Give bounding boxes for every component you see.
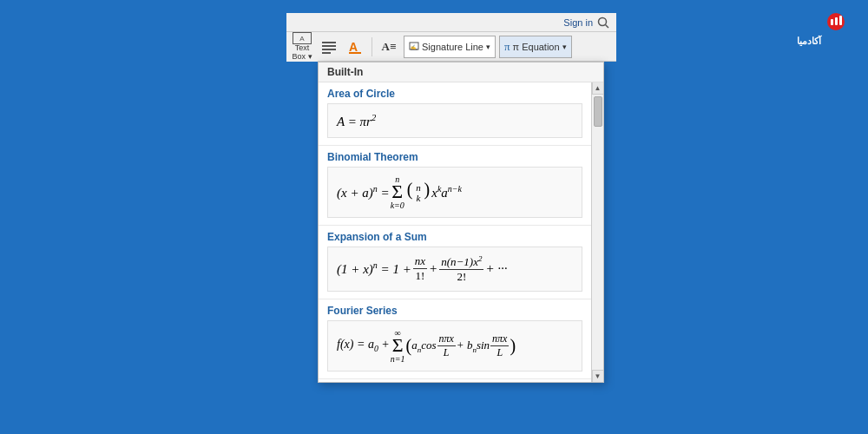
signature-line-label: Signature Line <box>422 42 483 52</box>
equation-box-expansion: (1 + x)n = 1 + nx 1! + n(n−1)x2 2! + ··· <box>327 247 582 292</box>
bottom-menu: www More Equations from Office.com ▶ π I… <box>319 379 591 382</box>
section-title-expansion: Expansion of a Sum <box>327 231 582 243</box>
equation-box-fourier: f(x) = a0 + ∞ Σ n=1 ( ancos nπx L + bnsi <box>327 320 582 372</box>
svg-point-0 <box>599 17 607 25</box>
signature-line-btn[interactable]: ✍ Signature Line ▾ <box>404 36 496 58</box>
font-color-btn[interactable]: A <box>344 36 366 58</box>
svg-rect-6 <box>322 42 336 43</box>
text-style-btn[interactable]: A≡ <box>378 36 400 58</box>
svg-text:آکادمیا: آکادمیا <box>797 35 822 46</box>
svg-rect-20 <box>831 19 833 25</box>
section-title-binomial: Binomial Theorem <box>327 151 582 163</box>
equation-box-binomial: (x + a)n = n Σ k=0 ( n k ) <box>327 167 582 218</box>
equation-section-expansion[interactable]: Expansion of a Sum (1 + x)n = 1 + nx 1! … <box>319 226 591 299</box>
logo-svg: آکادمیا <box>792 11 849 63</box>
dropdown-header: Built-In <box>319 62 603 82</box>
section-title-fourier: Fourier Series <box>327 305 582 317</box>
logo-area: آکادمیا <box>786 9 855 65</box>
equation-btn-label: π Equation <box>513 42 560 52</box>
svg-text:✍: ✍ <box>411 44 417 50</box>
lines-icon-btn[interactable] <box>318 36 340 58</box>
textbox-icon: A <box>293 32 312 44</box>
section-title-circle: Area of Circle <box>327 88 582 100</box>
word-topbar: Sign in <box>286 13 616 32</box>
svg-rect-7 <box>322 45 336 47</box>
equation-dropdown-arrow[interactable]: ▾ <box>562 43 567 51</box>
scrollbar[interactable]: ▲ ▼ <box>591 82 603 382</box>
scroll-up-arrow[interactable]: ▲ <box>592 82 604 95</box>
svg-rect-21 <box>835 17 838 25</box>
more-equations-item[interactable]: www More Equations from Office.com ▶ <box>319 379 591 382</box>
equation-box-circle: A = πr2 <box>327 103 582 138</box>
scroll-thumb[interactable] <box>594 96 602 127</box>
equation-section-fourier[interactable]: Fourier Series f(x) = a0 + ∞ Σ n=1 ( anc… <box>319 299 591 379</box>
textbox-label[interactable]: A Text Box ▾ <box>286 32 318 62</box>
ribbon-toolbar: A A≡ ✍ Signature Line ▾ π π Equation ▾ <box>286 32 616 62</box>
svg-rect-11 <box>349 52 361 54</box>
svg-line-1 <box>606 24 609 28</box>
equation-section-binomial[interactable]: Binomial Theorem (x + a)n = n Σ k=0 ( n <box>319 146 591 226</box>
scroll-down-arrow[interactable]: ▼ <box>592 370 604 382</box>
equations-content: Area of Circle A = πr2 Binomial Theorem … <box>319 82 591 382</box>
equations-dropdown: Built-In Area of Circle A = πr2 Binomial… <box>318 62 604 383</box>
search-icon[interactable] <box>597 16 609 29</box>
textbox-text: Text Box ▾ <box>292 44 312 62</box>
equation-btn[interactable]: π π Equation ▾ <box>499 36 572 58</box>
separator-1 <box>372 37 372 56</box>
svg-rect-22 <box>839 16 842 25</box>
svg-text:A: A <box>349 40 358 54</box>
signature-dropdown-arrow[interactable]: ▾ <box>486 43 490 51</box>
signin-label[interactable]: Sign in <box>563 17 593 28</box>
svg-rect-9 <box>322 52 331 54</box>
equation-section-circle[interactable]: Area of Circle A = πr2 <box>319 82 591 146</box>
svg-rect-8 <box>322 49 336 50</box>
